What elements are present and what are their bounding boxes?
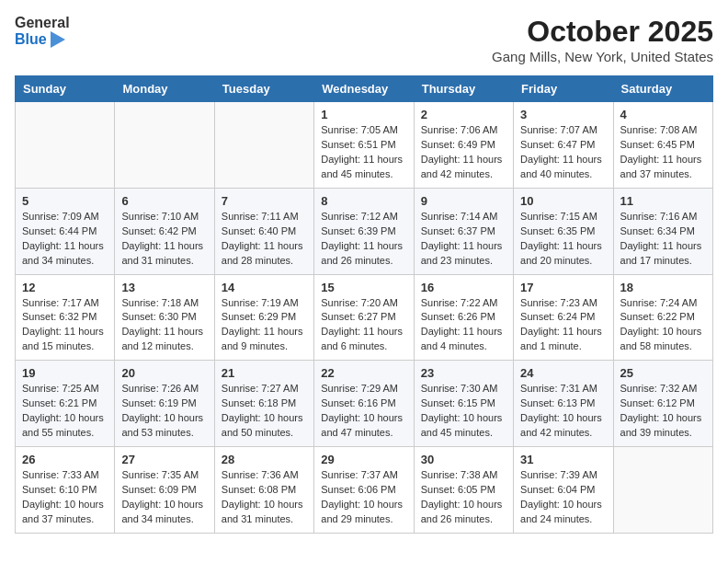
calendar-cell: 3Sunrise: 7:07 AM Sunset: 6:47 PM Daylig… (514, 102, 613, 189)
calendar-cell: 2Sunrise: 7:06 AM Sunset: 6:49 PM Daylig… (414, 102, 513, 189)
weekday-header-friday: Friday (514, 76, 613, 102)
calendar-cell (16, 102, 115, 189)
day-number: 25 (620, 366, 706, 380)
calendar-cell: 28Sunrise: 7:36 AM Sunset: 6:08 PM Dayli… (214, 447, 313, 534)
calendar-cell (115, 102, 214, 189)
calendar-cell: 10Sunrise: 7:15 AM Sunset: 6:35 PM Dayli… (514, 188, 613, 274)
calendar-cell: 12Sunrise: 7:17 AM Sunset: 6:32 PM Dayli… (16, 274, 115, 361)
calendar-week-row: 5Sunrise: 7:09 AM Sunset: 6:44 PM Daylig… (16, 188, 713, 274)
day-number: 20 (121, 366, 207, 380)
calendar-cell: 6Sunrise: 7:10 AM Sunset: 6:42 PM Daylig… (115, 188, 214, 274)
day-number: 31 (520, 453, 606, 466)
day-number: 27 (121, 453, 207, 466)
cell-content: Sunrise: 7:14 AM Sunset: 6:37 PM Dayligh… (421, 210, 506, 269)
cell-content: Sunrise: 7:10 AM Sunset: 6:42 PM Dayligh… (121, 210, 207, 269)
calendar-cell: 30Sunrise: 7:38 AM Sunset: 6:05 PM Dayli… (414, 447, 513, 534)
cell-content: Sunrise: 7:36 AM Sunset: 6:08 PM Dayligh… (222, 468, 307, 527)
weekday-header-thursday: Thursday (414, 76, 513, 102)
cell-content: Sunrise: 7:09 AM Sunset: 6:44 PM Dayligh… (22, 210, 108, 269)
calendar-cell: 17Sunrise: 7:23 AM Sunset: 6:24 PM Dayli… (514, 274, 613, 361)
calendar-cell: 21Sunrise: 7:27 AM Sunset: 6:18 PM Dayli… (214, 361, 313, 447)
calendar-cell: 22Sunrise: 7:29 AM Sunset: 6:16 PM Dayli… (314, 361, 414, 447)
day-number: 24 (520, 366, 606, 380)
calendar-cell: 29Sunrise: 7:37 AM Sunset: 6:06 PM Dayli… (314, 447, 414, 534)
calendar-cell: 27Sunrise: 7:35 AM Sunset: 6:09 PM Dayli… (115, 447, 214, 534)
calendar-cell: 11Sunrise: 7:16 AM Sunset: 6:34 PM Dayli… (613, 188, 712, 274)
day-number: 22 (321, 366, 406, 380)
calendar-cell: 24Sunrise: 7:31 AM Sunset: 6:13 PM Dayli… (514, 361, 613, 447)
calendar-table: SundayMondayTuesdayWednesdayThursdayFrid… (15, 75, 713, 534)
weekday-header-row: SundayMondayTuesdayWednesdayThursdayFrid… (16, 76, 713, 102)
day-number: 10 (520, 194, 606, 208)
calendar-cell: 8Sunrise: 7:12 AM Sunset: 6:39 PM Daylig… (314, 188, 414, 274)
logo-general: General (15, 15, 70, 31)
calendar-cell: 13Sunrise: 7:18 AM Sunset: 6:30 PM Dayli… (115, 274, 214, 361)
day-number: 5 (22, 194, 108, 208)
cell-content: Sunrise: 7:35 AM Sunset: 6:09 PM Dayligh… (121, 468, 207, 527)
day-number: 16 (421, 281, 506, 294)
day-number: 7 (222, 194, 307, 208)
calendar-cell: 5Sunrise: 7:09 AM Sunset: 6:44 PM Daylig… (16, 188, 115, 274)
cell-content: Sunrise: 7:39 AM Sunset: 6:04 PM Dayligh… (520, 468, 606, 527)
cell-content: Sunrise: 7:06 AM Sunset: 6:49 PM Dayligh… (421, 123, 506, 182)
cell-content: Sunrise: 7:19 AM Sunset: 6:29 PM Dayligh… (222, 296, 307, 355)
day-number: 4 (620, 108, 706, 121)
logo: General Blue (15, 15, 70, 47)
calendar-cell: 25Sunrise: 7:32 AM Sunset: 6:12 PM Dayli… (613, 361, 712, 447)
weekday-header-tuesday: Tuesday (214, 76, 313, 102)
page-header: General Blue October 2025 Gang Mills, Ne… (15, 15, 713, 64)
calendar-cell (214, 102, 313, 189)
calendar-cell: 20Sunrise: 7:26 AM Sunset: 6:19 PM Dayli… (115, 361, 214, 447)
day-number: 2 (421, 108, 506, 121)
day-number: 13 (121, 281, 207, 294)
cell-content: Sunrise: 7:22 AM Sunset: 6:26 PM Dayligh… (421, 296, 506, 355)
day-number: 19 (22, 366, 108, 380)
cell-content: Sunrise: 7:31 AM Sunset: 6:13 PM Dayligh… (520, 382, 606, 441)
cell-content: Sunrise: 7:32 AM Sunset: 6:12 PM Dayligh… (620, 382, 706, 441)
calendar-cell: 7Sunrise: 7:11 AM Sunset: 6:40 PM Daylig… (214, 188, 313, 274)
day-number: 18 (620, 281, 706, 294)
calendar-cell: 31Sunrise: 7:39 AM Sunset: 6:04 PM Dayli… (514, 447, 613, 534)
day-number: 17 (520, 281, 606, 294)
weekday-header-sunday: Sunday (16, 76, 115, 102)
calendar-cell: 15Sunrise: 7:20 AM Sunset: 6:27 PM Dayli… (314, 274, 414, 361)
cell-content: Sunrise: 7:07 AM Sunset: 6:47 PM Dayligh… (520, 123, 606, 182)
calendar-cell: 1Sunrise: 7:05 AM Sunset: 6:51 PM Daylig… (314, 102, 414, 189)
calendar-cell: 18Sunrise: 7:24 AM Sunset: 6:22 PM Dayli… (613, 274, 712, 361)
weekday-header-saturday: Saturday (613, 76, 712, 102)
day-number: 29 (321, 453, 406, 466)
weekday-header-monday: Monday (115, 76, 214, 102)
day-number: 30 (421, 453, 506, 466)
day-number: 14 (222, 281, 307, 294)
location-text: Gang Mills, New York, United States (492, 49, 713, 64)
day-number: 11 (620, 194, 706, 208)
calendar-cell: 19Sunrise: 7:25 AM Sunset: 6:21 PM Dayli… (16, 361, 115, 447)
cell-content: Sunrise: 7:23 AM Sunset: 6:24 PM Dayligh… (520, 296, 606, 355)
logo-arrow-icon (51, 31, 65, 48)
calendar-cell: 16Sunrise: 7:22 AM Sunset: 6:26 PM Dayli… (414, 274, 513, 361)
cell-content: Sunrise: 7:11 AM Sunset: 6:40 PM Dayligh… (222, 210, 307, 269)
month-title: October 2025 (492, 15, 713, 49)
calendar-week-row: 12Sunrise: 7:17 AM Sunset: 6:32 PM Dayli… (16, 274, 713, 361)
day-number: 21 (222, 366, 307, 380)
cell-content: Sunrise: 7:26 AM Sunset: 6:19 PM Dayligh… (121, 382, 207, 441)
calendar-week-row: 19Sunrise: 7:25 AM Sunset: 6:21 PM Dayli… (16, 361, 713, 447)
cell-content: Sunrise: 7:17 AM Sunset: 6:32 PM Dayligh… (22, 296, 108, 355)
day-number: 3 (520, 108, 606, 121)
day-number: 6 (121, 194, 207, 208)
calendar-cell: 9Sunrise: 7:14 AM Sunset: 6:37 PM Daylig… (414, 188, 513, 274)
calendar-cell (613, 447, 712, 534)
cell-content: Sunrise: 7:05 AM Sunset: 6:51 PM Dayligh… (321, 123, 406, 182)
day-number: 23 (421, 366, 506, 380)
cell-content: Sunrise: 7:12 AM Sunset: 6:39 PM Dayligh… (321, 210, 406, 269)
day-number: 1 (321, 108, 406, 121)
cell-content: Sunrise: 7:33 AM Sunset: 6:10 PM Dayligh… (22, 468, 108, 527)
cell-content: Sunrise: 7:24 AM Sunset: 6:22 PM Dayligh… (620, 296, 706, 355)
cell-content: Sunrise: 7:29 AM Sunset: 6:16 PM Dayligh… (321, 382, 406, 441)
day-number: 26 (22, 453, 108, 466)
logo-blue: Blue (15, 31, 47, 48)
calendar-cell: 26Sunrise: 7:33 AM Sunset: 6:10 PM Dayli… (16, 447, 115, 534)
cell-content: Sunrise: 7:20 AM Sunset: 6:27 PM Dayligh… (321, 296, 406, 355)
cell-content: Sunrise: 7:08 AM Sunset: 6:45 PM Dayligh… (620, 123, 706, 182)
cell-content: Sunrise: 7:25 AM Sunset: 6:21 PM Dayligh… (22, 382, 108, 441)
